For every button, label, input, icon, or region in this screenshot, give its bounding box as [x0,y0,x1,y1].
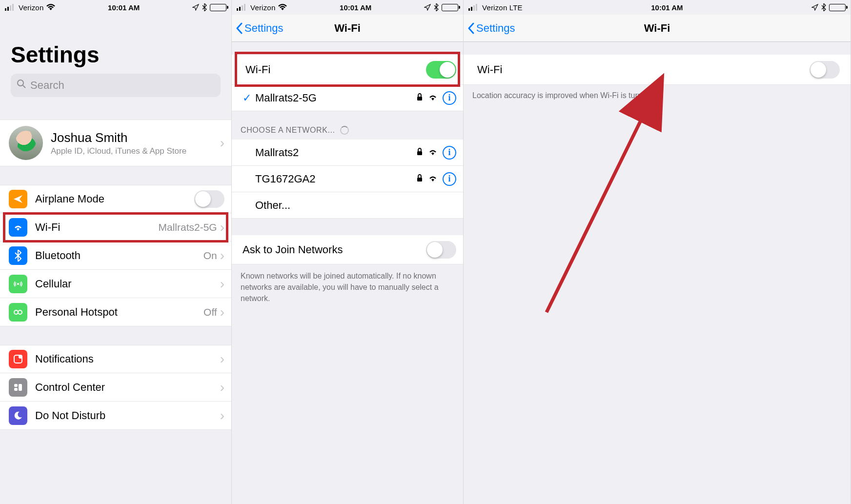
carrier-label: Verizon [250,3,275,12]
chevron-right-icon: › [220,352,224,366]
svg-rect-18 [417,97,422,101]
wifi-toggle-label: Wi-Fi [477,63,810,76]
bluetooth-row[interactable]: Bluetooth On › [0,242,231,270]
battery-icon [210,4,226,11]
wifi-strength-icon [428,148,438,158]
clock-label: 10:01 AM [651,3,683,12]
back-label: Settings [476,22,515,35]
svg-rect-3 [12,4,14,11]
search-input[interactable]: Search [11,74,221,97]
svg-point-10 [19,355,22,359]
svg-rect-11 [14,384,18,387]
spinner-icon [340,126,349,135]
carrier-label: Verizon LTE [482,3,523,12]
chevron-right-icon: › [220,221,224,234]
svg-line-5 [23,85,25,88]
hotspot-value: Off [203,306,220,318]
bluetooth-value: On [203,250,220,262]
chevron-right-icon: › [220,381,224,394]
chevron-right-icon: › [220,136,224,150]
choose-network-header: CHOOSE A NETWORK... [232,111,463,140]
back-button[interactable]: Settings [464,22,515,35]
svg-rect-22 [471,7,472,11]
wifi-toggle[interactable] [426,61,456,79]
notifications-label: Notifications [35,353,94,365]
hotspot-label: Personal Hotspot [35,306,118,319]
bluetooth-label: Bluetooth [35,249,81,262]
wifi-connected-row[interactable]: ✓ Mallrats2-5G i [232,85,463,111]
wifi-other-label: Other... [255,199,456,212]
wifi-off-footer: Location accuracy is improved when Wi-Fi… [464,85,851,101]
hotspot-row[interactable]: Personal Hotspot Off › [0,298,231,326]
svg-rect-19 [417,151,422,155]
notifications-group: Notifications › Control Center › Do Not … [0,345,231,430]
chevron-right-icon: › [220,409,224,423]
wifi-network-row[interactable]: TG1672GA2 i [232,166,463,192]
search-icon [17,79,26,92]
wifi-toggle-row[interactable]: Wi-Fi [232,55,463,85]
svg-rect-1 [7,7,9,11]
clock-label: 10:01 AM [340,3,371,12]
cellular-icon [9,275,27,293]
wifi-network-row[interactable]: Mallrats2 i [232,140,463,166]
wifi-toggle[interactable] [810,61,840,79]
signal-icon [468,4,479,11]
airplane-mode-row[interactable]: Airplane Mode [0,185,231,213]
account-subtitle: Apple ID, iCloud, iTunes & App Store [51,146,186,156]
wifi-icon [9,218,27,237]
svg-rect-13 [14,388,18,391]
svg-rect-16 [242,5,243,11]
ask-to-join-label: Ask to Join Networks [243,243,426,256]
wifi-other-row[interactable]: Other... [232,192,463,219]
back-button[interactable]: Settings [232,22,284,35]
account-group: Joshua Smith Apple ID, iCloud, iTunes & … [0,120,231,166]
svg-rect-21 [468,8,470,11]
wifi-connected-name: Mallrats2-5G [255,92,416,104]
chevron-right-icon: › [220,277,224,291]
info-button[interactable]: i [443,146,456,160]
search-placeholder: Search [30,79,64,92]
bluetooth-icon [202,3,207,11]
svg-point-4 [18,80,23,86]
location-icon [424,4,431,11]
screen-wifi-on: Verizon 10:01 AM Settings Wi-Fi Wi-Fi ✓ … [232,0,464,504]
airplane-label: Airplane Mode [35,193,104,205]
control-center-row[interactable]: Control Center › [0,373,231,402]
control-center-icon [9,378,27,397]
svg-rect-23 [473,5,475,11]
airplane-toggle[interactable] [194,190,224,208]
svg-point-6 [17,283,19,285]
location-icon [192,4,199,11]
screen-wifi-off: Verizon LTE 10:01 AM Settings Wi-Fi Wi-F… [464,0,851,504]
cellular-label: Cellular [35,278,72,290]
ask-to-join-row[interactable]: Ask to Join Networks [232,235,463,264]
ask-to-join-toggle[interactable] [426,241,456,259]
svg-rect-2 [10,5,11,11]
wifi-row[interactable]: Wi-Fi Mallrats2-5G › [0,213,231,242]
lock-icon [416,93,423,103]
svg-point-8 [18,310,22,314]
cellular-row[interactable]: Cellular › [0,270,231,298]
notifications-row[interactable]: Notifications › [0,345,231,373]
airplane-icon [9,190,27,208]
info-button[interactable]: i [443,91,456,105]
info-button[interactable]: i [443,172,456,186]
battery-icon [442,4,458,11]
clock-label: 10:01 AM [108,3,140,12]
bluetooth-icon [9,246,27,265]
nav-title: Wi-Fi [464,22,851,35]
svg-rect-12 [19,384,22,391]
dnd-row[interactable]: Do Not Disturb › [0,402,231,430]
svg-rect-15 [239,7,241,11]
apple-id-row[interactable]: Joshua Smith Apple ID, iCloud, iTunes & … [0,120,231,166]
wifi-toggle-row[interactable]: Wi-Fi [464,55,851,85]
bluetooth-icon [821,3,826,11]
lock-icon [416,174,423,184]
account-name: Joshua Smith [51,130,186,145]
lock-icon [416,147,423,158]
wifi-network-name: Mallrats2 [255,146,416,159]
chevron-right-icon: › [220,305,224,319]
wifi-network-name: TG1672GA2 [255,173,416,185]
nav-bar: Settings Wi-Fi [232,15,463,42]
battery-icon [829,4,846,11]
